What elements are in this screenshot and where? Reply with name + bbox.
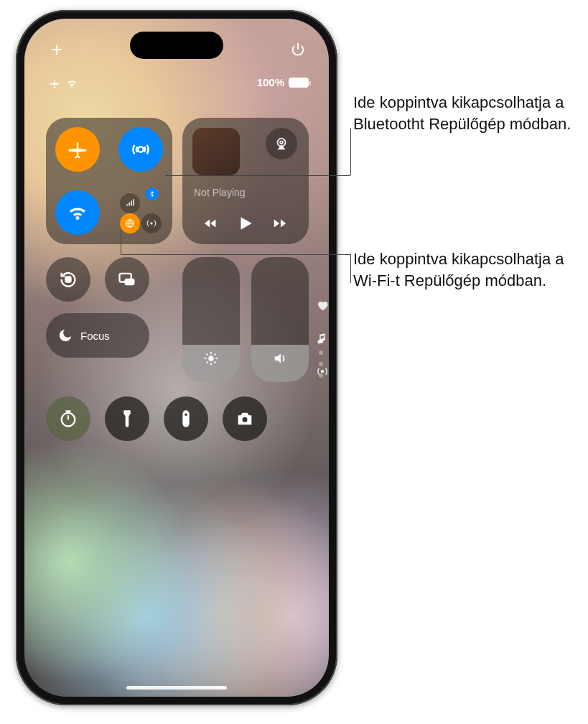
focus-button[interactable]: Focus — [46, 313, 149, 358]
media-transport — [182, 214, 309, 236]
focus-label: Focus — [80, 330, 110, 342]
leader-line — [121, 254, 350, 255]
orientation-lock-button[interactable] — [46, 257, 90, 302]
bluetooth-toggle[interactable] — [146, 187, 159, 200]
leader-line — [350, 254, 351, 283]
airplane-icon — [49, 78, 60, 89]
screen: + 100% — [24, 19, 329, 697]
svg-point-4 — [280, 141, 283, 144]
airplay-icon — [274, 136, 289, 152]
power-icon — [290, 42, 306, 57]
add-control-button[interactable]: + — [45, 37, 69, 62]
camera-icon — [235, 409, 255, 429]
leader-line — [165, 175, 350, 176]
volume-slider[interactable] — [251, 257, 309, 382]
play-icon — [236, 214, 255, 233]
airplane-mode-toggle[interactable] — [55, 127, 100, 172]
timer-button[interactable] — [46, 396, 90, 441]
cellular-toggle[interactable] — [120, 193, 140, 213]
connectivity-panel[interactable] — [46, 118, 172, 244]
battery-icon — [289, 78, 309, 88]
svg-rect-7 — [125, 279, 135, 285]
camera-button[interactable] — [223, 396, 267, 441]
remote-icon — [176, 409, 196, 429]
orientation-lock-icon — [58, 269, 78, 289]
sun-icon — [203, 351, 219, 366]
flashlight-icon — [117, 409, 137, 429]
wifi-icon — [66, 78, 78, 89]
flashlight-button[interactable] — [105, 396, 149, 441]
svg-rect-5 — [66, 277, 71, 282]
status-bar: 100% — [24, 73, 329, 98]
airplane-icon — [67, 139, 88, 160]
vpn-toggle[interactable] — [120, 213, 140, 233]
play-button[interactable] — [236, 214, 255, 236]
svg-point-8 — [208, 356, 213, 361]
leader-line — [121, 230, 121, 254]
moon-icon — [57, 328, 73, 343]
screen-mirroring-button[interactable] — [105, 257, 149, 302]
now-playing-label: Not Playing — [194, 187, 246, 198]
remote-button[interactable] — [164, 396, 208, 441]
home-indicator[interactable] — [126, 686, 227, 690]
status-right: 100% — [257, 76, 309, 88]
bluetooth-icon — [149, 190, 156, 198]
hotspot-toggle[interactable] — [141, 213, 162, 233]
screen-mirroring-icon — [117, 269, 137, 289]
rewind-icon — [203, 215, 219, 231]
callout-wifi: Ide koppintva kikapcsolhatja a Wi-Fi-t R… — [353, 249, 583, 291]
timer-icon — [58, 409, 78, 429]
callout-bluetooth: Ide koppintva kikapcsolhatja a Bluetooth… — [353, 92, 583, 134]
wifi-icon — [67, 202, 88, 223]
battery-percent: 100% — [257, 76, 284, 88]
wifi-toggle[interactable] — [55, 190, 100, 235]
forward-button[interactable] — [272, 215, 288, 234]
svg-point-2 — [150, 222, 153, 225]
svg-rect-11 — [182, 410, 189, 427]
forward-icon — [272, 215, 288, 231]
bottom-row — [46, 396, 267, 441]
leader-line — [350, 128, 351, 175]
iphone-frame: + 100% — [16, 10, 337, 705]
paginator[interactable] — [319, 339, 323, 378]
broadcast-icon — [146, 218, 157, 228]
rewind-button[interactable] — [203, 215, 219, 234]
status-left — [49, 78, 78, 89]
album-art — [192, 128, 240, 175]
top-controls: + — [24, 33, 329, 65]
airdrop-icon — [130, 139, 151, 160]
airplay-button[interactable] — [266, 128, 297, 159]
cellular-icon — [125, 198, 135, 208]
media-panel[interactable]: Not Playing — [182, 118, 309, 244]
svg-point-0 — [138, 147, 144, 152]
airdrop-toggle[interactable] — [118, 127, 163, 172]
power-button[interactable] — [286, 37, 310, 62]
brightness-slider[interactable] — [182, 257, 240, 382]
svg-point-13 — [243, 417, 248, 422]
speaker-icon — [272, 351, 288, 366]
more-connectivity[interactable] — [118, 190, 163, 235]
heart-icon[interactable] — [316, 299, 329, 312]
svg-point-12 — [185, 413, 187, 416]
vpn-icon — [125, 218, 135, 228]
